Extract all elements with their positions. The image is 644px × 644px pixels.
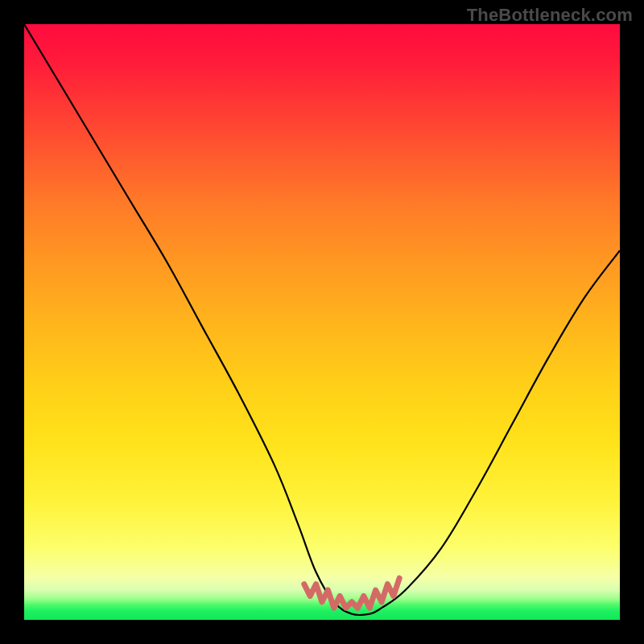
watermark-text: TheBottleneck.com xyxy=(467,5,633,26)
chart-frame: TheBottleneck.com xyxy=(0,0,644,644)
trough-jagged-line xyxy=(24,24,620,620)
plot-area xyxy=(24,24,620,620)
